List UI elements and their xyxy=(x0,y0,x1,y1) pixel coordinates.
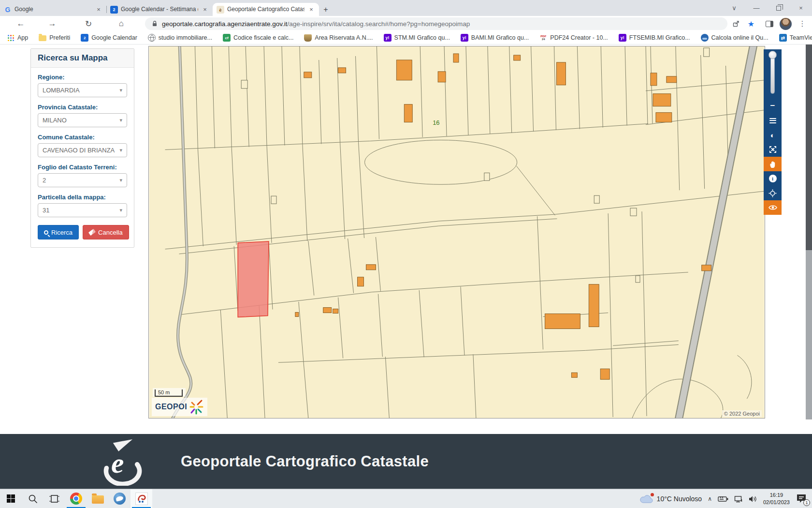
comune-select[interactable]: CAVENAGO DI BRIANZA▾ xyxy=(38,143,127,157)
bookmark-label: Preferiti xyxy=(49,34,70,41)
visibility-button[interactable] xyxy=(764,200,782,215)
locate-button[interactable] xyxy=(764,186,782,200)
hand-icon xyxy=(769,160,777,168)
taskbar-search-button[interactable] xyxy=(22,489,44,508)
chevron-down-icon: ▾ xyxy=(119,177,122,183)
date-text: 02/01/2023 xyxy=(763,499,790,506)
tab-close-icon[interactable]: × xyxy=(201,6,209,13)
scrollbar-thumb[interactable] xyxy=(806,45,812,250)
notification-center-button[interactable]: 1 xyxy=(796,493,808,505)
tab-geoportale[interactable]: è Geoportale Cartografico Catastal × xyxy=(213,3,319,16)
browser-window: G Google × 2 Google Calendar - Settimana… xyxy=(0,0,812,508)
home-button[interactable]: ⌂ xyxy=(114,16,129,31)
chevron-down-icon: ▾ xyxy=(119,117,122,123)
chevron-down-icon: ▾ xyxy=(119,147,122,153)
system-tray: 10°C Nuvoloso ∧ 16:19 02/01/2023 1 xyxy=(639,489,808,508)
address-bar[interactable]: geoportale.cartografia.agenziaentrate.go… xyxy=(145,17,727,30)
start-button[interactable] xyxy=(0,489,22,508)
zoom-out-button[interactable]: − xyxy=(764,99,782,113)
bookmark-label: Codice fiscale e calc... xyxy=(233,34,293,41)
tab-close-icon[interactable]: × xyxy=(307,6,315,13)
foglio-select[interactable]: 2▾ xyxy=(38,173,127,187)
particella-label: Particella della mappa: xyxy=(38,194,127,201)
side-panel-button[interactable] xyxy=(762,16,777,31)
info-button[interactable]: i xyxy=(764,171,782,186)
browser-toolbar: ← → ↻ ⌂ geoportale.cartografia.agenziaen… xyxy=(0,16,812,31)
taskbar-clock[interactable]: 16:19 02/01/2023 xyxy=(763,492,790,506)
thunderbird-icon xyxy=(114,493,126,505)
bookmark-bami[interactable]: y!BAMI.MI Grafico qu... xyxy=(461,34,529,42)
taskbar-chrome-button[interactable] xyxy=(65,489,87,508)
new-tab-button[interactable]: + xyxy=(319,3,333,16)
taskbar-thunderbird-button[interactable] xyxy=(109,489,130,508)
region-value: LOMBARDIA xyxy=(43,87,80,94)
map-scale-bar: 50 m xyxy=(153,388,186,397)
tab-google-calendar[interactable]: 2 Google Calendar - Settimana del × xyxy=(106,3,213,16)
bookmark-area-riservata[interactable]: Area Riservata A.N.... xyxy=(304,34,373,42)
search-button[interactable]: Ricerca xyxy=(38,225,79,239)
window-controls: ∨ — × xyxy=(723,0,812,16)
yahoo-icon: y! xyxy=(619,34,626,42)
bookmark-label: Calcola online il Qu... xyxy=(711,34,768,41)
browser-menu-button[interactable]: ⋮ xyxy=(795,16,810,31)
bookmark-codice-fiscale[interactable]: cfCodice fiscale e calc... xyxy=(223,34,293,42)
bookmark-label: App xyxy=(17,34,28,41)
share-button[interactable] xyxy=(729,16,743,31)
tab-close-icon[interactable]: × xyxy=(95,6,102,13)
forward-button[interactable]: → xyxy=(44,16,60,31)
bookmark-apps[interactable]: App xyxy=(7,34,28,42)
bookmark-label: Area Riservata A.N.... xyxy=(315,34,373,41)
clear-button[interactable]: Cancella xyxy=(83,225,129,239)
volume-icon[interactable] xyxy=(749,495,757,503)
minimize-button[interactable]: — xyxy=(745,0,768,16)
bookmark-star-icon[interactable]: ★ xyxy=(744,16,758,31)
taskbar-weather[interactable]: 10°C Nuvoloso xyxy=(639,494,702,504)
bookmark-preferiti[interactable]: Preferiti xyxy=(39,34,70,41)
eraser-icon xyxy=(88,229,96,236)
reload-button[interactable]: ↻ xyxy=(81,16,96,31)
taskbar-photo-editor-button[interactable] xyxy=(130,489,152,508)
pan-tool-button[interactable] xyxy=(764,157,782,171)
zoom-slider-track xyxy=(770,53,775,94)
fullscreen-button[interactable] xyxy=(764,142,782,157)
region-select[interactable]: LOMBARDIA▾ xyxy=(38,83,127,97)
bookmark-stm[interactable]: y!STM.MI Grafico qu... xyxy=(384,34,450,42)
clear-button-label: Cancella xyxy=(98,229,123,236)
contrast-button[interactable]: ◐ xyxy=(764,128,782,142)
comune-value: CAVENAGO DI BRIANZA xyxy=(43,147,115,154)
bookmark-teamviewer[interactable]: ⇄TeamViewer Manua... xyxy=(779,34,812,42)
restore-button[interactable] xyxy=(768,0,790,16)
svg-text:e: e xyxy=(111,447,124,479)
taskbar-file-explorer-button[interactable] xyxy=(87,489,109,508)
bookmark-google-calendar[interactable]: 2Google Calendar xyxy=(81,34,137,42)
cadastral-map[interactable]: 16 50 m GEOPOI xyxy=(148,46,765,418)
page-scrollbar[interactable] xyxy=(806,45,812,419)
task-view-button[interactable] xyxy=(44,489,65,508)
battery-icon[interactable] xyxy=(718,496,728,502)
search-button-label: Ricerca xyxy=(51,229,72,236)
profile-avatar[interactable] xyxy=(778,16,793,31)
zoom-slider-handle[interactable] xyxy=(768,51,777,59)
tab-google[interactable]: G Google × xyxy=(0,3,106,16)
close-window-button[interactable]: × xyxy=(790,0,812,16)
bookmark-pdf24[interactable]: PDF24PDF24 Creator - 10... xyxy=(539,34,608,42)
tab-search-chevron-icon[interactable]: ∨ xyxy=(723,0,745,16)
network-icon[interactable] xyxy=(734,495,743,503)
tab-strip: G Google × 2 Google Calendar - Settimana… xyxy=(0,0,812,16)
yahoo-icon: y! xyxy=(384,34,392,42)
layers-icon xyxy=(769,117,776,124)
tray-chevron-up-icon[interactable]: ∧ xyxy=(708,495,712,502)
bookmark-ftsemib[interactable]: y!FTSEMIB.MI Grafico... xyxy=(619,34,690,42)
bookmarks-bar: App Preferiti 2Google Calendar studio im… xyxy=(0,31,812,45)
province-select[interactable]: MILANO▾ xyxy=(38,113,127,127)
bookmark-studio-immobiliare[interactable]: studio immobiliare... xyxy=(148,34,212,42)
back-button[interactable]: ← xyxy=(13,16,29,31)
task-view-icon xyxy=(49,494,59,503)
chevron-down-icon: ▾ xyxy=(119,207,122,213)
zoom-slider[interactable] xyxy=(764,49,782,99)
layers-button[interactable] xyxy=(764,113,782,128)
chevron-down-icon: ▾ xyxy=(119,87,122,93)
particella-select[interactable]: 31▾ xyxy=(38,203,127,217)
selected-parcel-highlight[interactable] xyxy=(238,241,269,317)
bookmark-calcola-online[interactable]: Calcola online il Qu... xyxy=(701,34,768,42)
